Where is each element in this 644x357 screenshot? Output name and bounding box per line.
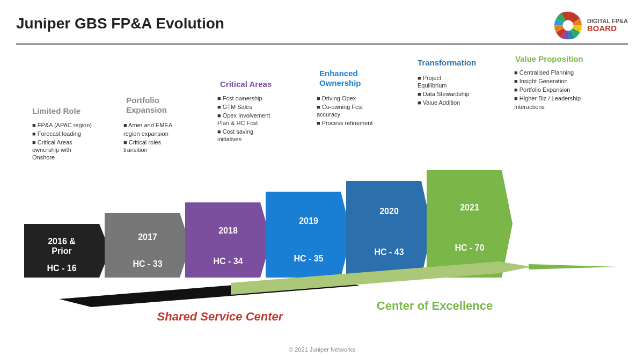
svg-text:HC - 35: HC - 35 bbox=[294, 254, 323, 263]
svg-text:■ Fcst ownership: ■ Fcst ownership bbox=[217, 95, 262, 101]
svg-text:■ Data Stewardship: ■ Data Stewardship bbox=[418, 91, 470, 97]
svg-text:2018: 2018 bbox=[218, 226, 238, 235]
svg-text:■ Process refinement: ■ Process refinement bbox=[317, 120, 372, 126]
col6-label: Value Proposition bbox=[515, 54, 583, 63]
svg-text:■ GTM Sales: ■ GTM Sales bbox=[217, 104, 252, 110]
svg-text:HC - 34: HC - 34 bbox=[213, 257, 243, 266]
svg-text:region expansion: region expansion bbox=[123, 130, 169, 137]
svg-text:■ Cost saving: ■ Cost saving bbox=[217, 128, 253, 135]
svg-text:■ Co-owning Fcst: ■ Co-owning Fcst bbox=[317, 104, 363, 110]
svg-text:Ownership: Ownership bbox=[319, 78, 361, 88]
svg-text:ownership with: ownership with bbox=[32, 147, 71, 153]
header: Juniper GBS FP&A Evolution DIGITAL FP&A bbox=[16, 11, 628, 40]
svg-point-1 bbox=[563, 20, 574, 31]
ssc-label: Shared Service Center bbox=[157, 310, 284, 323]
copyright: © 2021 Juniper Networks bbox=[289, 346, 355, 353]
bar-2021 bbox=[427, 170, 513, 278]
bar-2019 bbox=[266, 192, 352, 278]
svg-text:Interactions: Interactions bbox=[514, 104, 545, 110]
svg-text:■ Higher Biz / Leadership: ■ Higher Biz / Leadership bbox=[514, 95, 581, 101]
coe-arrow bbox=[529, 264, 617, 269]
svg-text:2016 &: 2016 & bbox=[48, 237, 76, 246]
bar-2020 bbox=[346, 181, 432, 278]
diagram-svg: Limited Role ■ FP&A (APAC region) ■ Fore… bbox=[16, 52, 628, 331]
bar-2018 bbox=[185, 202, 271, 278]
svg-text:■ FP&A (APAC region): ■ FP&A (APAC region) bbox=[32, 122, 92, 128]
logo-icon bbox=[553, 11, 583, 40]
svg-text:■ Value Addition: ■ Value Addition bbox=[418, 99, 460, 106]
svg-text:Prior: Prior bbox=[52, 246, 71, 256]
svg-text:2017: 2017 bbox=[138, 232, 157, 242]
svg-text:■ Insight Generation: ■ Insight Generation bbox=[514, 78, 568, 84]
svg-text:■ Opex Involvement: ■ Opex Involvement bbox=[217, 112, 270, 119]
svg-text:Onshore: Onshore bbox=[32, 154, 55, 161]
svg-text:HC - 70: HC - 70 bbox=[455, 243, 484, 252]
svg-text:HC - 33: HC - 33 bbox=[133, 259, 162, 268]
logo-container: DIGITAL FP&A BOARD bbox=[553, 11, 628, 40]
svg-text:■ Amer and EMEA: ■ Amer and EMEA bbox=[123, 122, 173, 128]
main-area: Limited Role ■ FP&A (APAC region) ■ Fore… bbox=[16, 52, 628, 337]
svg-text:■ Portfolio Expansion: ■ Portfolio Expansion bbox=[514, 86, 570, 93]
footer: © 2021 Juniper Networks bbox=[0, 346, 644, 353]
svg-text:2021: 2021 bbox=[460, 203, 479, 212]
logo-line2: BOARD bbox=[587, 24, 628, 33]
page-title: Juniper GBS FP&A Evolution bbox=[16, 15, 224, 32]
svg-text:■ Centralised Planning: ■ Centralised Planning bbox=[514, 69, 574, 76]
svg-text:HC - 43: HC - 43 bbox=[374, 247, 404, 257]
svg-text:2019: 2019 bbox=[299, 216, 318, 225]
col2-label: Portfolio bbox=[126, 96, 159, 105]
col1-label: Limited Role bbox=[32, 106, 80, 115]
page: Juniper GBS FP&A Evolution DIGITAL FP&A bbox=[0, 0, 644, 357]
svg-text:Expansion: Expansion bbox=[126, 105, 167, 114]
svg-text:■ Critical roles: ■ Critical roles bbox=[123, 139, 162, 145]
logo-text: DIGITAL FP&A BOARD bbox=[587, 18, 628, 33]
svg-text:transition: transition bbox=[123, 147, 148, 153]
svg-text:initiatives: initiatives bbox=[217, 136, 242, 142]
svg-text:Equilibrium: Equilibrium bbox=[418, 82, 447, 89]
col4-label: Enhanced bbox=[319, 69, 358, 78]
col5-label: Transformation bbox=[418, 58, 476, 67]
col3-label: Critical Areas bbox=[220, 79, 272, 89]
coe-label: Center of Excellence bbox=[377, 299, 493, 312]
svg-text:■ Critical Areas: ■ Critical Areas bbox=[32, 139, 72, 145]
svg-text:■ Project: ■ Project bbox=[418, 75, 441, 81]
svg-text:accuracy: accuracy bbox=[317, 111, 341, 118]
divider bbox=[16, 43, 628, 45]
svg-text:HC - 16: HC - 16 bbox=[47, 264, 76, 273]
svg-text:2020: 2020 bbox=[379, 207, 399, 216]
svg-text:Plan & HC Fcst: Plan & HC Fcst bbox=[217, 120, 258, 126]
svg-text:■ Driving Opex: ■ Driving Opex bbox=[317, 95, 356, 101]
svg-text:■ Forecast loading: ■ Forecast loading bbox=[32, 130, 81, 137]
